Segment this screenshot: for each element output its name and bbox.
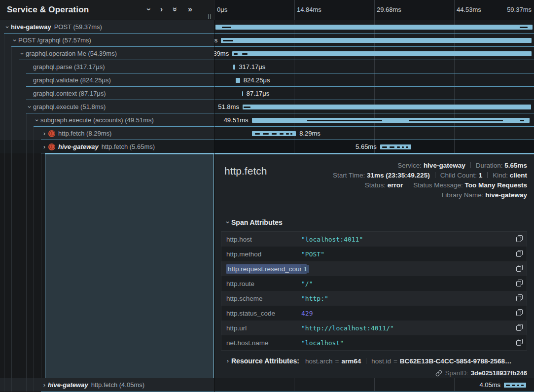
resource-value: arm64 xyxy=(341,357,361,365)
trace-span-row[interactable]: ›hive-gatewayPOST (59.37ms) 59.37ms xyxy=(0,20,534,34)
copy-attribute-button[interactable] xyxy=(511,294,523,303)
attribute-value: 1 xyxy=(301,265,511,273)
selected-span-expansion-area[interactable] xyxy=(45,153,214,378)
span-tree-cell[interactable]: graphql.validate (824.25μs) xyxy=(0,73,214,87)
span-duration-label: 51.8ms xyxy=(218,100,239,113)
span-duration-bar[interactable] xyxy=(504,383,526,388)
span-duration-bar[interactable] xyxy=(252,131,296,136)
indent-guide xyxy=(41,153,41,378)
trace-span-row[interactable]: graphql.parse (317.17μs) 317.17μs xyxy=(0,60,534,73)
panel-resize-handle[interactable]: || xyxy=(208,13,212,19)
span-attributes-section-header[interactable]: › Span Attributes xyxy=(221,218,527,226)
span-tree-cell[interactable]: ›!hive-gatewayhttp.fetch (5.65ms) xyxy=(0,140,214,153)
child-span-marker xyxy=(242,53,248,55)
span-tree-cell[interactable]: graphql.parse (317.17μs) xyxy=(0,60,214,73)
span-duration-bar[interactable] xyxy=(252,118,530,123)
span-tree-cell[interactable]: ›!http.fetch (8.29ms) xyxy=(0,127,214,140)
span-timeline-cell: 5.65ms xyxy=(214,140,534,153)
child-span-marker xyxy=(517,385,519,386)
span-duration-bar[interactable] xyxy=(242,91,243,96)
meta-separator xyxy=(487,172,488,178)
span-meta-line: Library Name: hive-gateway xyxy=(333,191,527,199)
gridline xyxy=(454,378,455,392)
child-span-marker xyxy=(402,146,404,148)
chevron-down-icon[interactable]: › xyxy=(19,50,26,57)
span-tree-cell[interactable]: ›POST /graphql (57.57ms) xyxy=(0,34,214,47)
copy-attribute-button[interactable] xyxy=(511,265,523,273)
span-tree-cell[interactable]: ›graphql.operation Me (54.39ms) xyxy=(0,47,214,60)
span-tree-cell[interactable]: ›graphql.execute (51.8ms) xyxy=(0,100,214,113)
attribute-row: http.host "localhost:4011" xyxy=(221,232,527,247)
indent-guide xyxy=(19,100,19,113)
copy-attribute-button[interactable] xyxy=(511,309,523,318)
span-duration-bar[interactable] xyxy=(232,51,532,56)
trace-span-row[interactable]: graphql.validate (824.25μs) 824.25μs xyxy=(0,73,534,87)
chevron-down-icon[interactable]: › xyxy=(11,37,18,44)
trace-span-row[interactable]: ›POST /graphql (57.57ms) 57.57ms xyxy=(0,34,534,47)
span-id-label: SpanID: xyxy=(445,369,468,377)
span-operation-label: graphql.execute (51.8ms) xyxy=(33,103,106,110)
copy-attribute-button[interactable] xyxy=(511,324,523,332)
chevron-right-icon[interactable]: › xyxy=(41,143,48,150)
span-tree-cell[interactable]: ›hive-gatewayPOST (59.37ms) xyxy=(0,20,214,34)
chevron-right-icon[interactable]: › xyxy=(41,130,48,137)
chevron-down-icon[interactable]: › xyxy=(26,104,33,110)
span-duration-bar[interactable] xyxy=(243,105,531,109)
attribute-key: http.route xyxy=(226,280,301,287)
child-span-marker xyxy=(263,133,269,135)
copy-attribute-button[interactable] xyxy=(511,280,523,288)
indent-guide xyxy=(19,73,19,87)
copy-icon xyxy=(516,280,523,286)
copy-attribute-button[interactable] xyxy=(511,235,523,244)
panel-splitter[interactable] xyxy=(214,20,214,392)
span-tree-cell[interactable]: graphql.context (87.17μs) xyxy=(0,87,214,100)
meta-value: hive-gateway xyxy=(424,162,465,169)
span-tree-cell[interactable]: ›hive-gatewayhttp.fetch (4.05ms) xyxy=(0,378,214,392)
indent-guide xyxy=(26,140,27,153)
trace-span-row[interactable]: ›graphql.execute (51.8ms) 51.8ms xyxy=(0,100,534,113)
chevron-right-icon[interactable]: › xyxy=(160,5,163,13)
span-operation-label: graphql.validate (824.25μs) xyxy=(33,76,111,84)
resource-attributes-row[interactable]: › Resource Attributes: host.arch=arm64ho… xyxy=(221,357,527,365)
chevron-right-icon[interactable]: › xyxy=(41,382,48,389)
axis-tick: 0μs xyxy=(217,6,227,13)
attribute-key: http.host xyxy=(226,236,301,243)
span-meta-line: Status: errorStatus Message: Too Many Re… xyxy=(333,181,527,189)
span-operation-label: graphql.operation Me (54.39ms) xyxy=(26,50,117,57)
span-timeline-cell: 317.17μs xyxy=(214,60,534,73)
chevron-down-icon[interactable]: › xyxy=(147,5,150,13)
trace-span-row[interactable]: ›hive-gatewayhttp.fetch (4.05ms) 4.05ms xyxy=(0,378,534,392)
indent-guide xyxy=(34,378,34,392)
trace-span-row[interactable]: graphql.context (87.17μs) 87.17μs xyxy=(0,87,534,100)
chevron-down-icon[interactable]: › xyxy=(4,24,11,31)
child-span-marker xyxy=(382,146,387,148)
span-duration-bar[interactable] xyxy=(380,144,411,149)
gridline xyxy=(454,140,455,153)
span-duration-bar[interactable] xyxy=(221,38,532,43)
span-duration-bar[interactable] xyxy=(233,65,235,70)
child-span-marker xyxy=(520,27,528,28)
double-chevron-right-icon[interactable]: » xyxy=(188,5,192,13)
indent-guide xyxy=(4,60,4,73)
meta-label: Status Message: xyxy=(413,181,464,189)
link-icon[interactable] xyxy=(435,370,442,377)
span-duration-bar[interactable] xyxy=(215,25,533,30)
trace-span-row[interactable]: ›subgraph.execute (accounts) (49.51ms) 4… xyxy=(0,113,534,127)
trace-span-row[interactable]: ›graphql.operation Me (54.39ms) 54.39ms xyxy=(0,47,534,60)
trace-span-row[interactable]: ›!http.fetch (8.29ms) 8.29ms xyxy=(0,127,534,140)
span-timeline-cell: 8.29ms xyxy=(214,127,534,140)
span-detail-header: http.fetch Service: hive-gatewayDuration… xyxy=(221,162,527,218)
trace-span-row[interactable]: ›!hive-gatewayhttp.fetch (5.65ms) 5.65ms xyxy=(0,140,534,153)
span-service-name: hive-gateway xyxy=(58,143,99,150)
span-tree-cell[interactable]: ›subgraph.execute (accounts) (49.51ms) xyxy=(0,113,214,127)
copy-attribute-button[interactable] xyxy=(511,250,523,258)
copy-icon xyxy=(516,309,523,316)
indent-guide xyxy=(4,87,4,100)
gridline xyxy=(294,0,295,20)
child-span-marker xyxy=(521,385,523,386)
chevron-down-icon[interactable]: › xyxy=(34,117,40,124)
span-duration-bar[interactable] xyxy=(236,78,240,83)
attribute-row: http.status_code 429 xyxy=(221,306,527,321)
double-chevron-down-icon[interactable]: » xyxy=(173,5,178,13)
copy-attribute-button[interactable] xyxy=(511,339,523,347)
